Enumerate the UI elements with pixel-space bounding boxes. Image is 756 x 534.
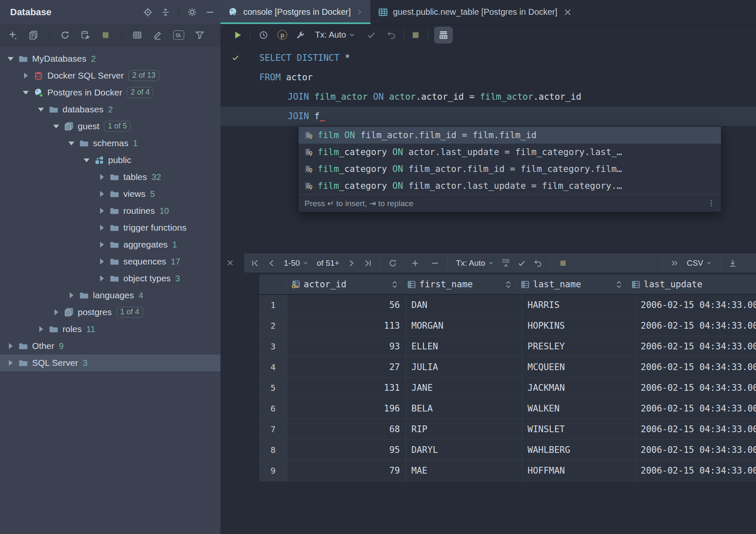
column-header-actor_id[interactable]: actor_id (287, 275, 403, 294)
run-button[interactable] (233, 30, 242, 40)
commit-button[interactable] (367, 30, 376, 40)
cell-first_name[interactable]: DARYL (406, 440, 522, 460)
tree-item-guest[interactable]: guest1 of 5 (0, 118, 220, 135)
cell-last_update[interactable]: 2006-02-15 04:34:33.00 (636, 295, 756, 315)
cell-first_name[interactable]: ELLEN (406, 336, 522, 357)
close-results-button[interactable] (221, 254, 239, 272)
cell-actor_id[interactable]: 79 (287, 460, 406, 481)
sort-icon[interactable] (615, 280, 623, 289)
expanded-arrow-icon[interactable] (6, 54, 15, 63)
tree-item-aggregates[interactable]: aggregates1 (0, 236, 220, 253)
row-number[interactable]: 4 (259, 357, 287, 377)
last-page-button[interactable] (364, 259, 372, 267)
tree-item-roles[interactable]: roles11 (0, 321, 220, 338)
code-line[interactable]: SELECT DISTINCT * (220, 48, 756, 68)
tree-item-databases[interactable]: databases2 (0, 101, 220, 118)
tree-item-other[interactable]: Other9 (0, 338, 220, 354)
cell-last_update[interactable]: 2006-02-15 04:34:33.00 (636, 419, 756, 439)
reload-page-button[interactable] (389, 259, 397, 267)
delete-row-button[interactable] (431, 259, 439, 267)
tree-item-postgres[interactable]: postgres1 of 4 (0, 304, 220, 321)
results-rollback-button[interactable] (534, 259, 542, 267)
tree-item-schemas[interactable]: schemas1 (0, 135, 220, 152)
code-line[interactable]: JOIN f_ (220, 106, 756, 126)
cell-actor_id[interactable]: 196 (287, 398, 406, 419)
history-button[interactable] (259, 30, 268, 40)
collapsed-arrow-icon[interactable] (6, 358, 15, 368)
cell-last_update[interactable]: 2006-02-15 04:34:33.00 (636, 460, 756, 481)
session-badge[interactable]: p (277, 30, 287, 40)
query-console-button[interactable]: QL (173, 30, 184, 40)
tree-item-tables[interactable]: tables32 (0, 169, 220, 185)
cell-last_name[interactable]: HARRIS (522, 295, 636, 315)
cell-first_name[interactable]: BELA (406, 398, 522, 419)
cell-first_name[interactable]: RIP (406, 419, 522, 439)
prev-page-button[interactable] (267, 259, 276, 267)
tab-new-table[interactable]: guest.public.new_table [Postgres in Dock… (370, 0, 580, 24)
code-line[interactable]: JOIN film_actor ON actor.actor_id = film… (220, 87, 756, 106)
row-number[interactable]: 8 (259, 440, 287, 460)
cell-actor_id[interactable]: 56 (287, 295, 406, 315)
page-range-dropdown[interactable]: 1-50 (284, 259, 309, 268)
sort-icon[interactable] (390, 280, 399, 289)
row-number[interactable]: 2 (259, 316, 287, 336)
cell-actor_id[interactable]: 93 (287, 336, 406, 357)
cell-last_name[interactable]: WALKEN (522, 398, 636, 419)
expand-toolbar-button[interactable] (670, 259, 679, 267)
cell-last_update[interactable]: 2006-02-15 04:34:33.00 (636, 316, 756, 336)
in-editor-results-toggle[interactable] (434, 27, 453, 44)
collapsed-arrow-icon[interactable] (6, 341, 15, 351)
collapsed-arrow-icon[interactable] (21, 71, 30, 80)
cell-last_update[interactable]: 2006-02-15 04:34:33.00 (636, 440, 756, 460)
tree-item-sql-server[interactable]: SQL Server3 (0, 354, 220, 371)
cell-last_update[interactable]: 2006-02-15 04:34:33.00 (636, 398, 756, 419)
results-commit-button[interactable] (517, 259, 526, 267)
cell-first_name[interactable]: MORGAN (406, 316, 522, 336)
collapsed-arrow-icon[interactable] (52, 308, 61, 317)
add-row-button[interactable] (411, 259, 419, 267)
cell-last_name[interactable]: WAHLBERG (522, 440, 636, 460)
cell-last_update[interactable]: 2006-02-15 04:34:33.00 (636, 378, 756, 398)
column-header-last_name[interactable]: last_name (517, 275, 627, 294)
expanded-arrow-icon[interactable] (67, 139, 76, 148)
cell-last_update[interactable]: 2006-02-15 04:34:33.00 (636, 336, 756, 357)
tree-item-sequences[interactable]: sequences17 (0, 253, 220, 270)
data-source-properties-button[interactable] (81, 30, 90, 40)
row-number[interactable]: 1 (259, 295, 287, 315)
settings-button[interactable] (188, 8, 197, 17)
expanded-arrow-icon[interactable] (36, 105, 46, 114)
column-header-last_update[interactable]: last_update (627, 275, 756, 294)
modify-button[interactable] (153, 30, 162, 40)
results-stop-button[interactable] (559, 259, 567, 267)
cell-first_name[interactable]: MAE (406, 460, 522, 481)
locate-button[interactable] (143, 8, 152, 17)
tree-item-public[interactable]: public (0, 152, 220, 169)
sort-icon[interactable] (504, 280, 513, 289)
more-icon[interactable] (707, 199, 715, 207)
tree-item-trigger-functions[interactable]: trigger functions (0, 219, 220, 236)
cell-last_name[interactable]: MCQUEEN (522, 357, 636, 377)
hide-panel-button[interactable] (205, 8, 215, 17)
duplicate-button[interactable] (29, 30, 38, 40)
cell-last_name[interactable]: JACKMAN (522, 378, 636, 398)
collapse-all-button[interactable] (161, 8, 170, 17)
collapsed-arrow-icon[interactable] (97, 223, 106, 232)
first-page-button[interactable] (251, 259, 259, 267)
cell-last_update[interactable]: 2006-02-15 04:34:33.00 (636, 357, 756, 377)
submit-to-db-button[interactable]: DB (502, 259, 509, 268)
console-settings-button[interactable] (296, 30, 305, 40)
tree-item-object-types[interactable]: object types3 (0, 270, 220, 287)
cell-first_name[interactable]: DAN (406, 295, 522, 315)
row-number[interactable]: 7 (259, 419, 287, 439)
expanded-arrow-icon[interactable] (82, 155, 91, 165)
expanded-arrow-icon[interactable] (21, 88, 30, 97)
tree-item-views[interactable]: views5 (0, 185, 220, 202)
table-view-button[interactable] (133, 30, 142, 40)
collapsed-arrow-icon[interactable] (67, 291, 76, 300)
cell-first_name[interactable]: JANE (406, 378, 522, 398)
code-line[interactable]: FROM actor (220, 68, 756, 87)
new-item-button[interactable] (8, 30, 18, 40)
tree-item-mydatabases[interactable]: MyDatabases2 (0, 50, 220, 67)
completion-item[interactable]: film_category ON film_actor.film_id = fi… (299, 161, 721, 177)
cell-actor_id[interactable]: 113 (287, 316, 406, 336)
